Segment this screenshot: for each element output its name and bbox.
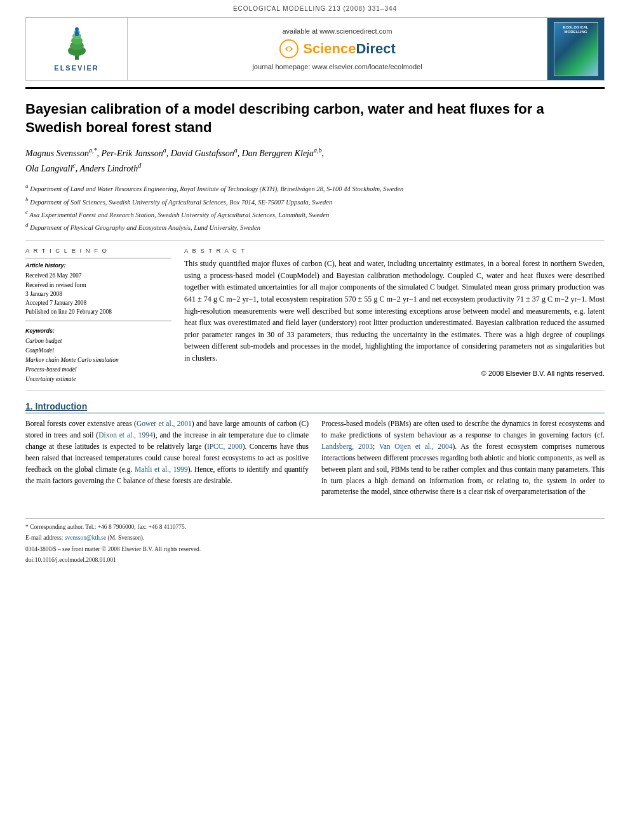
affil-text-a: Department of Land and Water Resources E…: [30, 185, 403, 192]
author-dan: Dan Berggren Kleja: [242, 149, 314, 158]
ref-ipcc: IPCC, 2000: [207, 443, 243, 450]
affil-label-c: c: [25, 209, 28, 215]
svg-point-9: [287, 47, 291, 51]
article-history-title: Article history:: [25, 262, 171, 269]
history-published: Published on line 20 February 2008: [25, 307, 171, 316]
affiliation-c: c Asa Experimental Forest and Research S…: [25, 208, 605, 220]
article-info-abstract-row: A R T I C L E I N F O Article history: R…: [25, 247, 605, 384]
affiliation-a: a Department of Land and Water Resources…: [25, 182, 605, 194]
banner-center: available at www.sciencedirect.com Scien…: [128, 18, 547, 80]
footer-doi-line1: 0304-3800/$ – see front matter © 2008 El…: [25, 545, 605, 554]
affil-a3: a: [234, 147, 238, 154]
keywords-title: Keywords:: [25, 328, 171, 334]
abstract-text: This study quantified major fluxes of ca…: [184, 258, 605, 364]
journal-cover-area: ECOLOGICAL MODELLING: [547, 18, 604, 80]
introduction-columns: Boreal forests cover extensive areas (Go…: [25, 418, 605, 503]
footer-doi-line2: doi:10.1016/j.ecolmodel.2008.01.001: [25, 556, 605, 565]
article-history-box: Article history: Received 26 May 2007 Re…: [25, 258, 171, 321]
section-divider-1: [25, 240, 605, 241]
affil-text-c: Asa Experimental Forest and Research Sta…: [29, 211, 329, 218]
journal-homepage-url: journal homepage: www.elsevier.com/locat…: [252, 63, 422, 70]
article-info-column: A R T I C L E I N F O Article history: R…: [25, 247, 171, 384]
author-magnus: Magnus Svensson: [25, 149, 89, 158]
authors-line: Magnus Svenssona,*, Per-Erik Janssona, D…: [25, 145, 605, 176]
affil-c: c: [72, 162, 75, 169]
author-anders: Anders Lindroth: [79, 164, 138, 173]
paper-title: Bayesian calibration of a model describi…: [25, 100, 605, 137]
affiliations-block: a Department of Land and Water Resources…: [25, 182, 605, 232]
svg-rect-7: [75, 31, 79, 36]
footer-email: E-mail address: svensson@kth.se (M. Sven…: [25, 533, 605, 543]
ref-landsberg: Landsberg, 2003: [321, 443, 373, 450]
sciencedirect-icon: [279, 39, 299, 59]
history-accepted: Accepted 7 January 2008: [25, 298, 171, 307]
affil-label-a: a: [25, 183, 29, 189]
keyword-2: CoupModel: [25, 346, 171, 356]
affil-text-b: Department of Soil Sciences, Swedish Uni…: [30, 198, 332, 205]
intro-left-col: Boreal forests cover extensive areas (Go…: [25, 418, 309, 503]
ref-gower: Gower et al., 2001: [137, 420, 192, 427]
history-received: Received 26 May 2007: [25, 271, 171, 280]
section-title: Introduction: [36, 401, 88, 411]
author-david: David Gustafsson: [171, 149, 234, 158]
footer-corresponding: * Corresponding author. Tel.: +46 8 7906…: [25, 523, 605, 532]
affil-label-d: d: [25, 222, 29, 228]
affil-label-b: b: [25, 196, 29, 203]
keyword-3: Markov chain Monte Carlo simulation: [25, 356, 171, 365]
ref-dixon: Dixon et al., 1994: [98, 431, 153, 439]
ref-vanoijen: Van Oijen et al., 2004: [379, 443, 453, 450]
affil-ab: a,b: [314, 147, 322, 154]
paper-content: Bayesian calibration of a model describi…: [25, 100, 605, 565]
journal-cover-image: ECOLOGICAL MODELLING: [554, 22, 598, 76]
article-info-label: A R T I C L E I N F O: [25, 247, 171, 254]
author-pereric: Per-Erik Jansson: [101, 149, 163, 158]
section-number: 1.: [25, 401, 33, 411]
journal-cover-title: ECOLOGICAL MODELLING: [556, 25, 596, 34]
keywords-box: Keywords: Carbon budget CoupModel Markov…: [25, 328, 171, 385]
journal-banner: ELSEVIER available at www.sciencedirect.…: [25, 17, 605, 81]
elsevier-tree-icon: [58, 27, 96, 62]
abstract-label: A B S T R A C T: [184, 247, 605, 254]
affiliation-d: d Department of Physical Geography and E…: [25, 221, 605, 232]
banner-bottom-divider: [25, 87, 605, 89]
author-ola: Ola Langvall: [25, 164, 72, 173]
footer-notes: * Corresponding author. Tel.: +46 8 7906…: [25, 518, 605, 565]
science-text: Science: [303, 41, 356, 57]
affil-text-d: Department of Physical Geography and Eco…: [30, 224, 260, 231]
ref-mahli: Mahli et al., 1999: [135, 465, 188, 473]
copyright-notice: © 2008 Elsevier B.V. All rights reserved…: [184, 370, 605, 377]
footer-email-link: svensson@kth.se: [65, 535, 106, 541]
keyword-4: Process-based model: [25, 365, 171, 375]
elsevier-logo-area: ELSEVIER: [26, 18, 128, 80]
available-url: available at www.sciencedirect.com: [282, 27, 392, 35]
intro-text-left: Boreal forests cover extensive areas (Go…: [25, 418, 309, 486]
affiliation-b: b Department of Soil Sciences, Swedish U…: [25, 196, 605, 207]
direct-text: Direct: [356, 41, 395, 57]
section-divider-2: [25, 390, 605, 391]
sciencedirect-logo: ScienceDirect: [279, 39, 396, 59]
keyword-1: Carbon budget: [25, 337, 171, 346]
intro-right-col: Process-based models (PBMs) are often us…: [321, 418, 605, 503]
affil-d: d: [138, 162, 141, 169]
introduction-heading: 1. Introduction: [25, 401, 605, 413]
intro-text-right: Process-based models (PBMs) are often us…: [321, 418, 605, 498]
svg-point-6: [75, 27, 79, 31]
affil-a-star: a,*: [89, 147, 97, 154]
abstract-column: A B S T R A C T This study quantified ma…: [184, 247, 605, 384]
introduction-section: 1. Introduction Boreal forests cover ext…: [25, 401, 605, 503]
keyword-5: Uncertainty estimate: [25, 375, 171, 384]
history-revised-date: 3 January 2008: [25, 290, 171, 298]
history-revised-label: Received in revised form: [25, 281, 171, 290]
sciencedirect-wordmark: ScienceDirect: [303, 41, 396, 57]
affil-a2: a: [163, 147, 166, 154]
journal-header: ECOLOGICAL MODELLING 213 (2008) 331–344: [0, 0, 630, 15]
elsevier-wordmark: ELSEVIER: [54, 64, 98, 72]
